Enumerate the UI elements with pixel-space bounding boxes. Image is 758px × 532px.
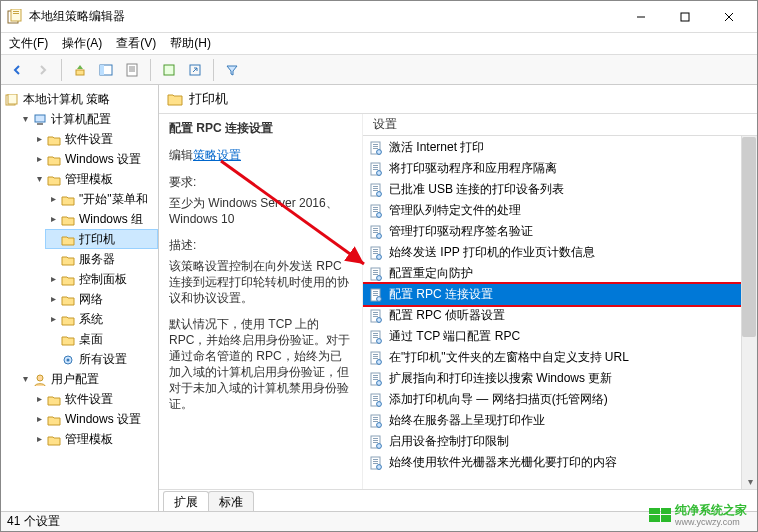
settings-list[interactable]: 激活 Internet 打印将打印驱动程序和应用程序隔离已批准 USB 连接的打… — [363, 136, 757, 489]
list-item[interactable]: 在"打印机"文件夹的左窗格中自定义支持 URL — [363, 347, 757, 368]
list-item[interactable]: 配置重定向防护 — [363, 263, 757, 284]
svg-rect-26 — [373, 144, 378, 145]
svg-rect-91 — [373, 417, 378, 418]
scrollbar-thumb[interactable] — [742, 137, 756, 337]
policy-setting-icon — [369, 414, 383, 428]
tree-control-panel[interactable]: ▸控制面板 — [45, 269, 158, 289]
tree-server[interactable]: 服务器 — [45, 249, 158, 269]
tab-extended[interactable]: 扩展 — [163, 491, 209, 511]
policy-setting-icon — [369, 435, 383, 449]
expand-icon[interactable]: ▸ — [47, 290, 59, 308]
tree-user-config[interactable]: ▾ 用户配置 — [17, 369, 158, 389]
properties-button[interactable] — [120, 58, 144, 82]
tree-all-settings[interactable]: 所有设置 — [45, 349, 158, 369]
svg-rect-10 — [100, 65, 104, 75]
scroll-down-icon[interactable]: ▾ — [742, 473, 757, 489]
expand-icon[interactable]: ▸ — [47, 270, 59, 288]
expand-icon[interactable]: ▸ — [33, 150, 45, 168]
edit-line: 编辑策略设置 — [169, 147, 352, 164]
svg-rect-93 — [373, 421, 378, 422]
collapse-icon[interactable]: ▾ — [33, 170, 45, 188]
maximize-button[interactable] — [663, 2, 707, 32]
tree-computer-config[interactable]: ▾ 计算机配置 — [17, 109, 158, 129]
minimize-button[interactable] — [619, 2, 663, 32]
expand-icon[interactable]: ▸ — [33, 390, 45, 408]
toolbar-divider — [61, 59, 62, 81]
list-item[interactable]: 激活 Internet 打印 — [363, 137, 757, 158]
list-item[interactable]: 将打印驱动程序和应用程序隔离 — [363, 158, 757, 179]
tree-network[interactable]: ▸网络 — [45, 289, 158, 309]
collapse-icon[interactable]: ▾ — [19, 110, 31, 128]
list-item[interactable]: 配置 RPC 连接设置 — [363, 284, 757, 305]
list-item-label: 始终使用软件光栅器来光栅化要打印的内容 — [389, 454, 617, 471]
policy-setting-icon — [369, 267, 383, 281]
tree-printers[interactable]: 打印机 — [45, 229, 158, 249]
list-item[interactable]: 扩展指向和打印连接以搜索 Windows 更新 — [363, 368, 757, 389]
policy-icon — [5, 93, 19, 105]
tree-software-settings[interactable]: ▸软件设置 — [31, 129, 158, 149]
tree-root[interactable]: 本地计算机 策略 — [3, 89, 158, 109]
column-setting[interactable]: 设置 — [369, 116, 401, 133]
folder-icon — [61, 333, 75, 345]
list-item[interactable]: 管理打印驱动程序签名验证 — [363, 221, 757, 242]
tree-desktop[interactable]: 桌面 — [45, 329, 158, 349]
expand-icon[interactable]: ▸ — [47, 210, 59, 228]
settings-list-pane: 设置 激活 Internet 打印将打印驱动程序和应用程序隔离已批准 USB 连… — [363, 114, 757, 489]
list-item-label: 始终在服务器上呈现打印作业 — [389, 412, 545, 429]
filter-button[interactable] — [220, 58, 244, 82]
collapse-icon[interactable]: ▾ — [19, 370, 31, 388]
svg-rect-51 — [373, 249, 378, 250]
close-button[interactable] — [707, 2, 751, 32]
tab-standard[interactable]: 标准 — [208, 491, 254, 511]
expand-icon[interactable]: ▸ — [33, 130, 45, 148]
tree-windows-settings[interactable]: ▸Windows 设置 — [31, 149, 158, 169]
list-item[interactable]: 始终使用软件光栅器来光栅化要打印的内容 — [363, 452, 757, 473]
expand-icon[interactable]: ▸ — [33, 430, 45, 448]
list-item[interactable]: 始终在服务器上呈现打印作业 — [363, 410, 757, 431]
tree-label: 用户配置 — [51, 370, 99, 388]
tree-start-menu[interactable]: ▸"开始"菜单和 — [45, 189, 158, 209]
back-button[interactable] — [5, 58, 29, 82]
menu-file[interactable]: 文件(F) — [9, 35, 48, 52]
tree-label: 桌面 — [79, 330, 103, 348]
tree-admin-templates[interactable]: ▾管理模板 — [31, 169, 158, 189]
svg-rect-38 — [373, 190, 378, 191]
list-item[interactable]: 启用设备控制打印限制 — [363, 431, 757, 452]
menu-view[interactable]: 查看(V) — [116, 35, 156, 52]
policy-tree[interactable]: 本地计算机 策略 ▾ 计算机配置 ▸软件设置 ▸Windows 设置 — [1, 89, 158, 449]
scrollbar[interactable]: ▾ — [741, 136, 757, 489]
show-hide-tree-button[interactable] — [94, 58, 118, 82]
list-item[interactable]: 通过 TCP 端口配置 RPC — [363, 326, 757, 347]
list-item[interactable]: 始终发送 IPP 打印机的作业页计数信息 — [363, 242, 757, 263]
list-item[interactable]: 已批准 USB 连接的打印设备列表 — [363, 179, 757, 200]
menu-help[interactable]: 帮助(H) — [170, 35, 211, 52]
tree-pane[interactable]: 本地计算机 策略 ▾ 计算机配置 ▸软件设置 ▸Windows 设置 — [1, 85, 159, 511]
edit-policy-link[interactable]: 策略设置 — [193, 148, 241, 162]
list-item[interactable]: 管理队列特定文件的处理 — [363, 200, 757, 221]
svg-rect-36 — [373, 186, 378, 187]
export-button[interactable] — [183, 58, 207, 82]
list-header[interactable]: 设置 — [363, 114, 757, 136]
forward-button[interactable] — [31, 58, 55, 82]
svg-rect-58 — [373, 274, 378, 275]
folder-icon — [61, 193, 75, 205]
expand-icon[interactable]: ▸ — [47, 190, 59, 208]
up-button[interactable] — [68, 58, 92, 82]
refresh-button[interactable] — [157, 58, 181, 82]
tree-system[interactable]: ▸系统 — [45, 309, 158, 329]
expand-icon[interactable]: ▸ — [47, 310, 59, 328]
list-item-label: 激活 Internet 打印 — [389, 139, 484, 156]
svg-rect-83 — [373, 379, 378, 380]
tree-u-windows-settings[interactable]: ▸Windows 设置 — [31, 409, 158, 429]
list-item[interactable]: 配置 RPC 侦听器设置 — [363, 305, 757, 326]
menu-action[interactable]: 操作(A) — [62, 35, 102, 52]
status-text: 41 个设置 — [7, 513, 60, 530]
policy-setting-icon — [369, 204, 383, 218]
svg-rect-88 — [373, 400, 378, 401]
tree-u-software-settings[interactable]: ▸软件设置 — [31, 389, 158, 409]
list-item[interactable]: 添加打印机向导 — 网络扫描页(托管网络) — [363, 389, 757, 410]
tree-u-admin-templates[interactable]: ▸管理模板 — [31, 429, 158, 449]
expand-icon[interactable]: ▸ — [33, 410, 45, 428]
tree-windows-group[interactable]: ▸Windows 组 — [45, 209, 158, 229]
list-item-label: 配置重定向防护 — [389, 265, 473, 282]
